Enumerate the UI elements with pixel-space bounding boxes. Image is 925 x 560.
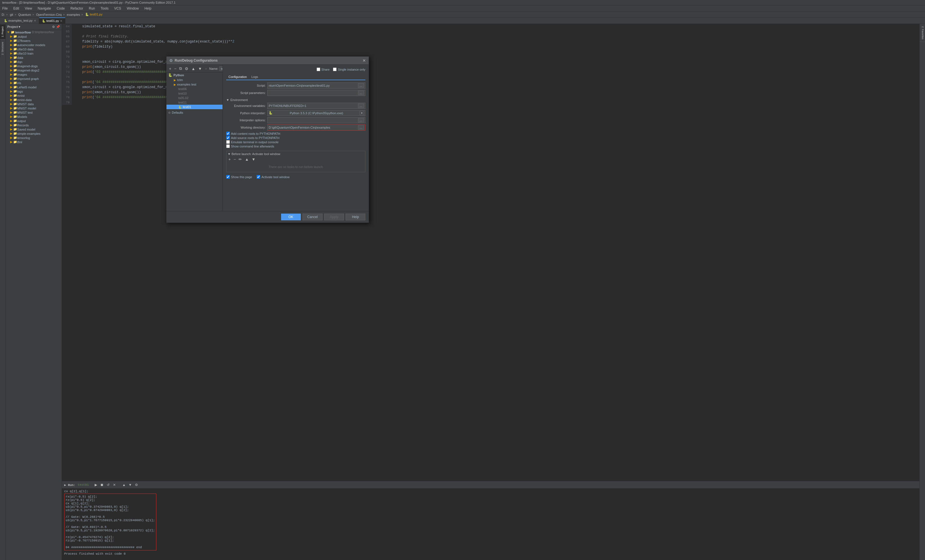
rdc-single-instance-checkbox[interactable] (333, 68, 337, 71)
sidebar-root[interactable]: ▼ 📁 tensorflow D:\tmp\tensorflow (6, 30, 62, 35)
sidebar-item-simpleexamples[interactable]: ▶ 📁 simple-examples (6, 131, 62, 136)
toolbar-git[interactable]: git (10, 13, 13, 17)
rdc-bl-edit-btn[interactable]: ✏ (238, 157, 243, 162)
menu-vcs[interactable]: VCS (113, 6, 122, 11)
rdc-remove-btn[interactable]: − (173, 66, 177, 71)
rdc-script-browse-btn[interactable]: … (358, 83, 364, 88)
toolbar-examples[interactable]: examples (67, 13, 80, 17)
rdc-interp-options-btn[interactable]: … (358, 118, 364, 122)
rdc-bl-remove-btn[interactable]: − (233, 157, 237, 162)
rdc-bl-down-btn[interactable]: ▼ (251, 157, 256, 162)
rdc-apply-button[interactable]: Apply (324, 213, 344, 220)
rdc-tab-logs[interactable]: Logs (249, 74, 260, 80)
tab-close-test01[interactable]: ✕ (60, 20, 62, 23)
tab-test01[interactable]: 🐍 test01.py ✕ (39, 18, 66, 24)
menu-navigate[interactable]: Navigate (37, 6, 52, 11)
rdc-copy-btn[interactable]: ⧉ (178, 66, 183, 71)
sidebar-item-17flowers[interactable]: ▶ 📁 17flowers (6, 39, 62, 43)
rdc-add-content-roots-checkbox[interactable] (226, 132, 230, 135)
rdc-add-source-roots-checkbox[interactable] (226, 136, 230, 140)
rdc-tree-test10[interactable]: test10 (166, 91, 223, 96)
toolbar-drive[interactable]: D: (2, 13, 5, 17)
toolbar-file[interactable]: 🐍 test01.py (85, 13, 102, 17)
rdc-settings-btn[interactable]: ⚙ (184, 66, 189, 71)
side-tab-favorites[interactable]: 2: Favorites (920, 24, 925, 42)
sidebar-item-models[interactable]: ▶ 📁 Models (6, 114, 62, 119)
menu-code[interactable]: Code (56, 6, 66, 11)
run-config-label[interactable]: test01 (78, 483, 89, 486)
tab-examples-test[interactable]: 🐍 examples_test.py ✕ (1, 18, 39, 23)
toolbar-quantum[interactable]: Quantum (18, 13, 31, 17)
sidebar-item-cifar10train[interactable]: ▶ 📁 cifar10 train (6, 51, 62, 56)
side-tab-project[interactable]: 1: Project (0, 24, 5, 39)
menu-refactor[interactable]: Refactor (69, 6, 84, 11)
menu-view[interactable]: View (24, 6, 33, 11)
run-settings-btn[interactable]: ⚙ (134, 482, 139, 487)
rdc-script-params-btn[interactable]: … (358, 91, 364, 95)
rdc-tree-ts0502[interactable]: ts05.02 (166, 96, 223, 100)
rdc-add-btn[interactable]: + (168, 66, 172, 71)
rdc-tree-test06[interactable]: test06 (166, 87, 223, 91)
sidebar-item-images[interactable]: ▶ 📁 images (6, 72, 62, 77)
sidebar-item-mnist[interactable]: ▶ 📁 mnist (6, 93, 62, 98)
rdc-help-button[interactable]: Help (346, 213, 365, 220)
rdc-show-cmd-checkbox[interactable] (226, 144, 230, 148)
rdc-move-up-btn[interactable]: ▲ (190, 66, 196, 71)
menu-help[interactable]: Help (143, 6, 153, 11)
rdc-close-button[interactable]: ✕ (363, 58, 366, 63)
sidebar-item-mnistmodel[interactable]: ▶ 📁 MNIST model (6, 106, 62, 110)
rdc-working-dir-btn[interactable]: … (358, 125, 364, 130)
rdc-tree-tclm[interactable]: ▶ tclm (166, 78, 223, 82)
run-rerun-btn[interactable]: ↺ (105, 482, 111, 487)
sidebar-item-data[interactable]: ▶ 📁 data (6, 56, 62, 60)
rdc-share-checkbox[interactable] (316, 68, 320, 71)
sidebar-item-mnistdata2[interactable]: ▶ 📁 MNIST data (6, 102, 62, 106)
rdc-bl-up-btn[interactable]: ▲ (244, 157, 250, 162)
menu-edit[interactable]: Edit (12, 6, 20, 11)
sidebar-item-tensorlog[interactable]: ▶ 📁 tensorlog (6, 136, 62, 140)
sidebar-item-improvedgraph[interactable]: ▶ 📁 improved graph (6, 77, 62, 81)
side-tab-structure[interactable]: 2: Structure (0, 39, 5, 57)
rdc-show-page-checkbox[interactable] (226, 175, 230, 179)
sidebar-item-iris[interactable]: ▶ 📁 iris (6, 81, 62, 85)
sidebar-item-mnisttest[interactable]: ▶ 📁 MNIST test (6, 110, 62, 114)
sidebar-item-imagenetdogs[interactable]: ▶ 📁 imagenet-dogs (6, 64, 62, 68)
sidebar-item-logs[interactable]: ▶ 📁 logs (6, 89, 62, 93)
sidebar-item-savedmodel[interactable]: ▶ 📁 Saved model (6, 127, 62, 131)
sidebar-item-dqn[interactable]: ▶ 📁 dqn (6, 60, 62, 64)
rdc-tree-test11[interactable]: test11 (166, 100, 223, 105)
sidebar-pin-icon[interactable]: 📌 (56, 25, 60, 29)
sidebar-item-mnistdata[interactable]: ▶ 📁 mnist-data (6, 98, 62, 102)
run-stop-btn[interactable]: ⏹ (99, 482, 104, 487)
sidebar-item-cifar10data[interactable]: ▶ 📁 cifar10 data (6, 47, 62, 51)
menu-tools[interactable]: Tools (99, 6, 110, 11)
sidebar-item-output2[interactable]: ▶ 📁 output (6, 119, 62, 123)
run-scroll-down-btn[interactable]: ▼ (128, 482, 133, 487)
run-play-btn[interactable]: ▶ (93, 482, 98, 487)
sidebar-item-output[interactable]: ▶ 📁 .output (6, 35, 62, 39)
rdc-ok-button[interactable]: OK (281, 213, 301, 220)
sidebar-item-records[interactable]: ▶ 📁 Records (6, 123, 62, 127)
rdc-cancel-button[interactable]: Cancel (303, 213, 322, 220)
rdc-emulate-terminal-checkbox[interactable] (226, 140, 230, 144)
tab-close-examples[interactable]: ✕ (34, 19, 36, 22)
sidebar-settings-icon[interactable]: ⚙ (52, 25, 55, 29)
rdc-bl-add-btn[interactable]: + (227, 157, 232, 162)
sidebar-item-lenet5[interactable]: ▶ 📁 LeNet5 model (6, 85, 62, 89)
toolbar-openfermion[interactable]: OpenFermion-Cirq (36, 13, 62, 17)
rdc-tab-config[interactable]: Configuration (226, 74, 249, 80)
rdc-move-down-btn[interactable]: ▼ (197, 66, 203, 71)
rdc-activate-tool-checkbox[interactable] (257, 175, 260, 179)
rdc-python-interp-dropdown[interactable]: ▾ (360, 111, 364, 115)
menu-window[interactable]: Window (126, 6, 140, 11)
sidebar-item-imagenetdogs2[interactable]: ▶ 📁 imagenet-dogs2 (6, 68, 62, 72)
menu-run[interactable]: Run (87, 6, 96, 11)
rdc-tree-test01[interactable]: 🐍 test01 (166, 105, 223, 109)
sidebar-item-tfml[interactable]: ▶ 📁 tfml (6, 140, 62, 144)
rdc-tree-defaults[interactable]: ⚙ Defaults (166, 110, 223, 115)
rdc-name-input-small[interactable] (219, 66, 223, 71)
run-scroll-up-btn[interactable]: ▲ (121, 482, 127, 487)
run-close-btn[interactable]: ✕ (112, 482, 117, 487)
sidebar-item-autoencoder[interactable]: ▶ 📁 autoencoder models (6, 43, 62, 47)
rdc-env-vars-btn[interactable]: … (358, 104, 364, 108)
